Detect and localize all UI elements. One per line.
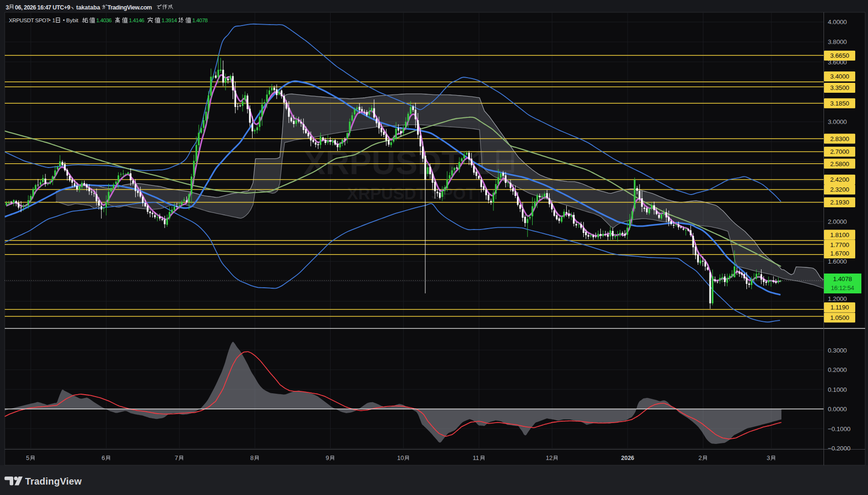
svg-text:06, 2026 16:47 UTC+9: 06, 2026 16:47 UTC+9 — [15, 4, 70, 11]
svg-text:3.8000: 3.8000 — [828, 38, 847, 45]
svg-text:1.4036: 1.4036 — [96, 18, 112, 23]
svg-text:2.3200: 2.3200 — [830, 186, 849, 193]
svg-text:11: 11 — [473, 454, 479, 461]
svg-text:1: 1 — [53, 18, 55, 23]
svg-text:0.2000: 0.2000 — [828, 366, 847, 373]
svg-text:0.0000: 0.0000 — [828, 406, 847, 413]
svg-text:1.4078: 1.4078 — [193, 18, 208, 23]
svg-text:2.0000: 2.0000 — [828, 218, 847, 225]
svg-text:9: 9 — [326, 454, 329, 461]
svg-text:7: 7 — [175, 454, 178, 461]
svg-text:2: 2 — [699, 454, 702, 461]
svg-text:3: 3 — [767, 454, 770, 461]
svg-text:takataba: takataba — [76, 4, 101, 11]
svg-text:1.6700: 1.6700 — [830, 250, 849, 257]
svg-text:−0.1000: −0.1000 — [828, 425, 850, 433]
svg-text:2.7000: 2.7000 — [830, 148, 849, 155]
svg-text:1.7700: 1.7700 — [830, 241, 849, 248]
svg-text:3.4000: 3.4000 — [830, 73, 849, 80]
svg-text:−0.2000: −0.2000 — [828, 445, 850, 452]
svg-text:TradingView: TradingView — [25, 476, 82, 486]
svg-text:10: 10 — [397, 454, 404, 461]
svg-text:2.5800: 2.5800 — [830, 160, 849, 168]
svg-text:XRPUSDT SPOT: XRPUSDT SPOT — [9, 18, 50, 23]
svg-text:XRPUSDT SPOT: XRPUSDT SPOT — [347, 184, 476, 203]
svg-text:1.6000: 1.6000 — [828, 258, 847, 265]
svg-text:8: 8 — [250, 454, 254, 461]
svg-text:6: 6 — [102, 454, 105, 461]
svg-text:3.3500: 3.3500 — [830, 84, 849, 91]
svg-text:1.4078: 1.4078 — [833, 275, 852, 283]
svg-text:0.1000: 0.1000 — [828, 386, 847, 393]
svg-text:1.1190: 1.1190 — [830, 304, 849, 311]
svg-text:16:12:54: 16:12:54 — [831, 284, 854, 292]
svg-text:12: 12 — [546, 454, 552, 461]
svg-text:3.0000: 3.0000 — [828, 118, 847, 125]
svg-text:2.8300: 2.8300 — [830, 135, 849, 142]
svg-text:2026: 2026 — [621, 455, 634, 461]
svg-text:5: 5 — [26, 454, 29, 461]
svg-text:2.1930: 2.1930 — [830, 199, 849, 206]
svg-text:3: 3 — [6, 4, 9, 11]
svg-text:1.8100: 1.8100 — [830, 231, 849, 239]
svg-text:1.4146: 1.4146 — [129, 18, 144, 23]
svg-text:0.3000: 0.3000 — [828, 347, 847, 354]
svg-text:1.0500: 1.0500 — [830, 314, 849, 321]
svg-text:2.4200: 2.4200 — [830, 176, 849, 183]
svg-text:TradingView.com: TradingView.com — [107, 4, 152, 11]
svg-text:4.0000: 4.0000 — [828, 18, 847, 26]
svg-text:1.2000: 1.2000 — [828, 295, 847, 302]
svg-text:1.3914: 1.3914 — [162, 18, 177, 23]
svg-text:3.1850: 3.1850 — [830, 100, 849, 107]
svg-text:3.6650: 3.6650 — [830, 52, 849, 59]
svg-text:Bybit: Bybit — [66, 18, 79, 23]
